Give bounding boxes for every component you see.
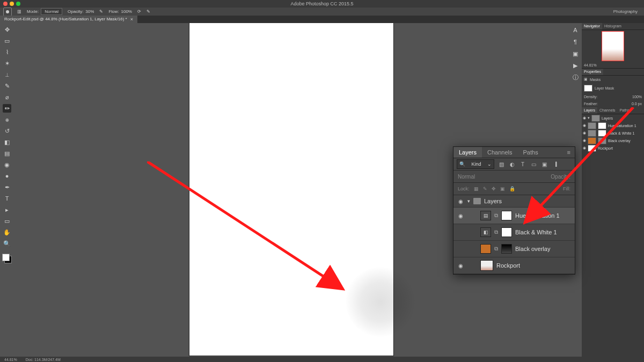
close-tab-icon[interactable]: × bbox=[130, 16, 133, 23]
marquee-tool[interactable]: ▭ bbox=[3, 36, 11, 45]
group-name[interactable]: Layers bbox=[484, 198, 502, 204]
opacity-value[interactable]: 30% bbox=[85, 9, 94, 14]
lock-pixels-icon[interactable]: ✎ bbox=[483, 186, 487, 191]
visibility-icon[interactable]: ◉ bbox=[457, 213, 464, 219]
tab-paths[interactable]: Paths bbox=[518, 147, 544, 158]
move-tool[interactable]: ✥ bbox=[3, 25, 11, 34]
solid-color-thumb[interactable] bbox=[480, 244, 491, 254]
crop-tool[interactable]: ⟂ bbox=[3, 70, 11, 79]
color-swatches[interactable] bbox=[2, 254, 12, 263]
panel-menu-icon[interactable]: ≡ bbox=[563, 147, 575, 158]
layer-group-row[interactable]: ◉ ▾ Layers bbox=[453, 195, 575, 208]
filter-shape-icon[interactable]: ▭ bbox=[530, 160, 537, 168]
layer-name[interactable]: Hue/Saturation 1 bbox=[515, 212, 560, 219]
layer-name[interactable]: Rockport bbox=[496, 262, 520, 269]
path-select-tool[interactable]: ▸ bbox=[3, 205, 11, 214]
link-icon[interactable]: ⧉ bbox=[494, 212, 498, 219]
layer-name[interactable]: Black overlay bbox=[515, 246, 550, 252]
mini-layers-tab[interactable]: Layers bbox=[582, 107, 597, 114]
document-tab[interactable]: Rockport-Edit.psd @ 44.8% (Hue/Saturatio… bbox=[0, 16, 137, 23]
type-tool[interactable]: T bbox=[3, 194, 11, 203]
pen-tool[interactable]: ✒ bbox=[3, 183, 11, 191]
filter-adjust-icon[interactable]: ◐ bbox=[508, 160, 516, 168]
filter-pixel-icon[interactable]: ▧ bbox=[497, 160, 505, 168]
app-title: Adobe Photoshop CC 2015.5 bbox=[0, 1, 644, 6]
quick-select-tool[interactable]: ✶ bbox=[3, 59, 11, 68]
blend-mode-select[interactable]: Normal bbox=[41, 8, 62, 15]
layer-mask-thumb[interactable] bbox=[501, 227, 512, 237]
mini-layer-bw[interactable]: ◉Black & White 1 bbox=[582, 129, 644, 137]
filter-smart-icon[interactable]: ▣ bbox=[540, 160, 548, 168]
navigator-tab[interactable]: Navigator bbox=[582, 23, 602, 29]
healing-brush-tool[interactable]: ⌀ bbox=[3, 93, 11, 101]
paragraph-panel-icon[interactable]: ¶ bbox=[572, 38, 579, 46]
group-expand-icon[interactable]: ▾ bbox=[467, 198, 470, 204]
mini-paths-tab[interactable]: Paths bbox=[618, 107, 632, 114]
adjustment-thumb[interactable]: ▤ bbox=[480, 211, 491, 220]
status-zoom[interactable]: 44.81% bbox=[4, 358, 17, 361]
brush-panel-toggle-icon[interactable]: ▥ bbox=[17, 9, 21, 14]
gradient-tool[interactable]: ▤ bbox=[3, 149, 11, 158]
feather-value[interactable]: 0.0 px bbox=[632, 102, 642, 106]
mini-layers-tabs: Layers Channels Paths bbox=[582, 107, 644, 114]
hand-tool[interactable]: ✋ bbox=[3, 228, 11, 237]
blend-mode-select-panel[interactable]: Normal bbox=[458, 174, 475, 180]
layer-row-bw[interactable]: ◧ ⧉ Black & White 1 bbox=[453, 224, 575, 241]
navigator-zoom[interactable]: 44.81% bbox=[582, 62, 644, 69]
properties-tab[interactable]: Properties bbox=[582, 69, 603, 75]
adjustment-thumb[interactable]: ◧ bbox=[480, 227, 491, 237]
mini-layer-hue[interactable]: ◉Hue/Saturation 1 bbox=[582, 122, 644, 129]
zoom-tool[interactable]: 🔍 bbox=[3, 239, 11, 248]
eyedropper-tool[interactable]: ✎ bbox=[3, 82, 11, 90]
image-thumb[interactable] bbox=[480, 260, 493, 271]
history-brush-tool[interactable]: ↺ bbox=[3, 127, 11, 135]
visibility-icon[interactable]: ◉ bbox=[457, 198, 464, 204]
mask-thumb[interactable] bbox=[584, 85, 592, 92]
lock-position-icon[interactable]: ✥ bbox=[492, 186, 496, 191]
layer-mask-thumb[interactable] bbox=[501, 244, 512, 254]
pressure-size-icon[interactable]: ✎ bbox=[147, 9, 150, 14]
lock-artboard-icon[interactable]: ▣ bbox=[500, 186, 505, 191]
filter-toggle-icon[interactable]: ⏽ bbox=[551, 160, 561, 168]
flow-value[interactable]: 100% bbox=[121, 9, 132, 14]
airbrush-icon[interactable]: ⟳ bbox=[137, 9, 141, 14]
history-panel-icon[interactable]: ▣ bbox=[572, 50, 579, 57]
blur-tool[interactable]: ◉ bbox=[3, 160, 11, 169]
folder-icon bbox=[473, 198, 481, 204]
visibility-icon[interactable]: ◉ bbox=[457, 263, 464, 269]
actions-panel-icon[interactable]: ▶ bbox=[572, 62, 579, 69]
foreground-color[interactable] bbox=[2, 254, 10, 261]
layer-row-hue-saturation[interactable]: ◉ ▤ ⧉ Hue/Saturation 1 bbox=[453, 208, 575, 224]
density-value[interactable]: 100% bbox=[632, 95, 642, 99]
brush-tool[interactable]: ✏ bbox=[3, 104, 11, 113]
layer-name[interactable]: Black & White 1 bbox=[515, 229, 557, 235]
info-panel-icon[interactable]: ⓘ bbox=[572, 73, 579, 81]
mini-layer-rockport[interactable]: ◉Rockport bbox=[582, 144, 644, 152]
lock-all-icon[interactable]: 🔒 bbox=[509, 186, 515, 191]
lock-transparency-icon[interactable]: ▦ bbox=[474, 186, 479, 191]
status-docinfo[interactable]: Doc: 114.3M/247.4M bbox=[26, 358, 61, 361]
link-icon[interactable]: ⧉ bbox=[494, 229, 498, 235]
filter-kind-select[interactable]: 🔍Kind⌄ bbox=[457, 159, 494, 169]
clone-stamp-tool[interactable]: ⎈ bbox=[3, 115, 11, 124]
workspace-switcher[interactable]: Photography bbox=[613, 9, 638, 14]
layer-mask-thumb[interactable] bbox=[501, 211, 512, 220]
link-icon[interactable]: ⧉ bbox=[494, 246, 498, 252]
mini-layer-overlay[interactable]: ◉Black overlay bbox=[582, 137, 644, 144]
navigator-preview[interactable] bbox=[582, 30, 644, 62]
mini-layer-group[interactable]: ◉▾Layers bbox=[582, 114, 644, 122]
layer-row-rockport[interactable]: ◉ Rockport bbox=[453, 257, 575, 274]
brush-preset-picker[interactable] bbox=[3, 8, 12, 16]
pressure-opacity-icon[interactable]: ✎ bbox=[99, 9, 103, 14]
histogram-tab[interactable]: Histogram bbox=[602, 23, 624, 29]
lasso-tool[interactable]: ⌇ bbox=[3, 48, 11, 56]
mini-channels-tab[interactable]: Channels bbox=[597, 107, 618, 114]
layer-row-overlay[interactable]: ⧉ Black overlay bbox=[453, 241, 575, 257]
shape-tool[interactable]: ▭ bbox=[3, 217, 11, 225]
type-panel-icon[interactable]: A bbox=[572, 26, 579, 34]
filter-type-icon[interactable]: T bbox=[519, 160, 526, 168]
tab-layers[interactable]: Layers bbox=[453, 147, 482, 158]
eraser-tool[interactable]: ◧ bbox=[3, 138, 11, 146]
tab-channels[interactable]: Channels bbox=[482, 147, 517, 158]
dodge-tool[interactable]: ● bbox=[3, 172, 11, 180]
